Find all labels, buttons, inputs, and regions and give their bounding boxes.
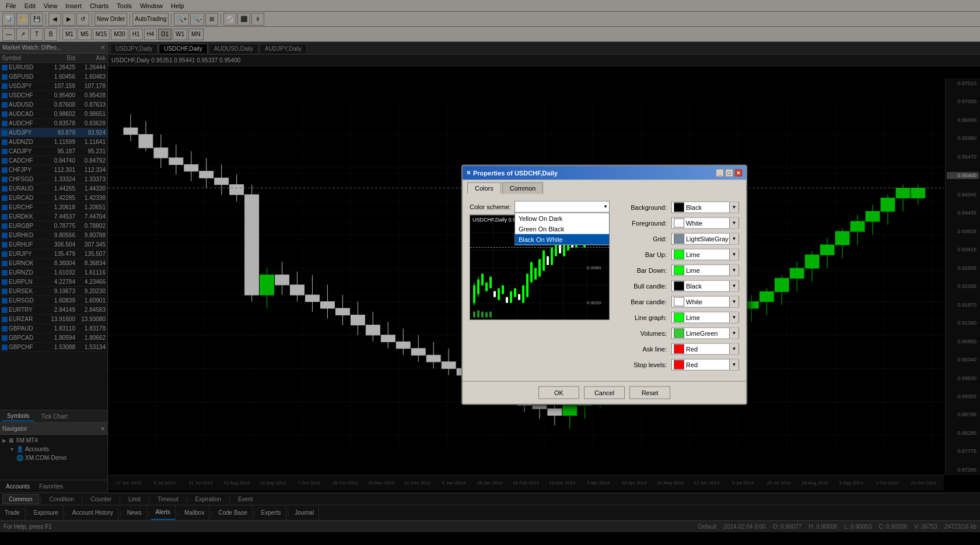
- color-label-bull-candle: Bull candle:: [619, 282, 671, 289]
- swatch-bull-candle: [674, 281, 684, 290]
- color-name-bar-down: Lime: [686, 266, 729, 273]
- svg-rect-150: [551, 247, 553, 265]
- svg-rect-136: [494, 291, 496, 297]
- color-arrow-bull-candle[interactable]: ▼: [729, 280, 738, 291]
- dialog-tab-common[interactable]: Common: [502, 182, 544, 194]
- color-label-bear-candle: Bear candle:: [619, 298, 671, 305]
- color-select-bull-candle[interactable]: Black ▼: [671, 280, 739, 291]
- svg-rect-135: [489, 276, 492, 288]
- option-yellow[interactable]: Yellow On Dark: [515, 213, 609, 223]
- color-arrow-ask-line[interactable]: ▼: [729, 343, 738, 354]
- title-btn-max[interactable]: □: [725, 168, 733, 177]
- color-name-volumes: LimeGreen: [686, 329, 729, 336]
- dialog-title: ✕ Properties of USDCHF,Daily _ □ ✕: [463, 166, 746, 180]
- svg-text:0.9380: 0.9380: [587, 265, 601, 270]
- swatch-grid: [674, 234, 684, 243]
- color-select-line-graph[interactable]: Lime ▼: [671, 311, 739, 323]
- color-label-background: Background:: [619, 203, 671, 210]
- color-label-line-graph: Line graph:: [619, 314, 671, 321]
- color-row-ask-line: Ask line: Red ▼: [619, 342, 739, 355]
- color-row-foreground: Foreground: White ▼: [619, 216, 739, 229]
- color-select-bear-candle[interactable]: White ▼: [671, 296, 739, 307]
- svg-rect-169: [489, 311, 492, 317]
- color-arrow-bear-candle[interactable]: ▼: [729, 296, 738, 307]
- dialog-title-text: Properties of USDCHF,Daily: [473, 169, 558, 176]
- chart-preview-area: Color scheme: ▼ Yellow On Dark Green On …: [470, 201, 610, 374]
- color-name-bear-candle: White: [686, 298, 729, 305]
- color-name-foreground: White: [686, 219, 729, 226]
- title-btn-min[interactable]: _: [716, 168, 724, 177]
- color-select-grid[interactable]: LightSlateGray ▼: [671, 233, 739, 244]
- svg-text:0.9220: 0.9220: [587, 300, 601, 305]
- color-arrow-bar-down[interactable]: ▼: [729, 265, 738, 275]
- dialog-body: Color scheme: ▼ Yellow On Dark Green On …: [463, 194, 746, 381]
- color-select-bar-down[interactable]: Lime ▼: [671, 264, 739, 276]
- color-select-stop-levels[interactable]: Red ▼: [671, 358, 739, 370]
- swatch-ask-line: [674, 344, 684, 353]
- color-name-ask-line: Red: [686, 345, 729, 352]
- svg-rect-148: [542, 250, 545, 270]
- swatch-bar-down: [674, 265, 684, 275]
- color-label-stop-levels: Stop levels:: [619, 361, 671, 368]
- color-select-bar-up[interactable]: Lime ▼: [671, 248, 739, 260]
- color-row-bull-candle: Bull candle: Black ▼: [619, 279, 739, 292]
- color-select-background[interactable]: Black ▼: [671, 201, 739, 213]
- svg-rect-147: [538, 259, 541, 276]
- svg-rect-165: [473, 311, 475, 317]
- svg-rect-143: [522, 285, 524, 303]
- svg-rect-146: [534, 268, 537, 279]
- swatch-foreground: [674, 218, 684, 227]
- title-btn-close[interactable]: ✕: [734, 168, 743, 177]
- color-arrow-stop-levels[interactable]: ▼: [729, 359, 738, 370]
- svg-rect-133: [481, 273, 484, 285]
- dialog-tab-colors[interactable]: Colors: [467, 182, 501, 194]
- color-scheme-dropdown[interactable]: ▼ Yellow On Dark Green On Black Black On…: [514, 201, 610, 212]
- svg-rect-139: [506, 297, 508, 303]
- title-buttons: _ □ ✕: [716, 168, 743, 177]
- swatch-background: [674, 202, 684, 212]
- color-arrow-volumes[interactable]: ▼: [729, 328, 738, 338]
- color-arrow-line-graph[interactable]: ▼: [729, 312, 738, 322]
- swatch-line-graph: [674, 312, 684, 322]
- color-arrow-foreground[interactable]: ▼: [729, 217, 738, 228]
- svg-rect-145: [530, 262, 533, 282]
- dialog-overlay: ✕ Properties of USDCHF,Daily _ □ ✕ Color…: [0, 0, 980, 545]
- color-label-volumes: Volumes:: [619, 329, 671, 336]
- color-row-bar-down: Bar Down: Lime ▼: [619, 263, 739, 276]
- dropdown-arrow: ▼: [603, 204, 608, 209]
- color-row-volumes: Volumes: LimeGreen ▼: [619, 326, 739, 339]
- color-select-volumes[interactable]: LimeGreen ▼: [671, 327, 739, 339]
- dialog-reset-btn[interactable]: Reset: [629, 386, 670, 399]
- dialog-ok-btn[interactable]: OK: [538, 386, 579, 399]
- dialog-buttons: OK Cancel Reset: [463, 381, 746, 403]
- color-row-stop-levels: Stop levels: Red ▼: [619, 358, 739, 371]
- option-green[interactable]: Green On Black: [515, 223, 609, 234]
- swatch-bar-up: [674, 249, 684, 259]
- color-label-ask-line: Ask line:: [619, 345, 671, 352]
- properties-dialog: ✕ Properties of USDCHF,Daily _ □ ✕ Color…: [461, 164, 747, 405]
- color-label-bar-up: Bar Up:: [619, 251, 671, 258]
- color-select-ask-line[interactable]: Red ▼: [671, 343, 739, 354]
- svg-rect-141: [514, 288, 516, 297]
- svg-rect-168: [485, 312, 488, 317]
- color-arrow-bar-up[interactable]: ▼: [729, 249, 738, 259]
- color-arrow-grid[interactable]: ▼: [729, 233, 738, 244]
- svg-rect-134: [485, 282, 488, 291]
- color-row-line-graph: Line graph: Lime ▼: [619, 311, 739, 324]
- svg-rect-137: [498, 288, 500, 300]
- color-name-bull-candle: Black: [686, 282, 729, 289]
- color-label-bar-down: Bar Down:: [619, 266, 671, 273]
- dialog-title-icon: ✕: [466, 170, 471, 176]
- scheme-dropdown-list: Yellow On Dark Green On Black Black On W…: [514, 212, 610, 245]
- color-arrow-background[interactable]: ▼: [729, 202, 738, 212]
- color-select-foreground[interactable]: White ▼: [671, 217, 739, 228]
- svg-rect-144: [526, 273, 528, 297]
- dialog-tabs: Colors Common: [463, 180, 746, 194]
- option-black-white[interactable]: Black On White: [515, 234, 609, 244]
- color-row-bar-up: Bar Up: Lime ▼: [619, 248, 739, 261]
- dialog-cancel-btn[interactable]: Cancel: [584, 386, 625, 399]
- color-row-bear-candle: Bear candle: White ▼: [619, 295, 739, 308]
- svg-rect-152: [559, 244, 561, 253]
- svg-rect-138: [502, 285, 504, 294]
- swatch-stop-levels: [674, 360, 684, 369]
